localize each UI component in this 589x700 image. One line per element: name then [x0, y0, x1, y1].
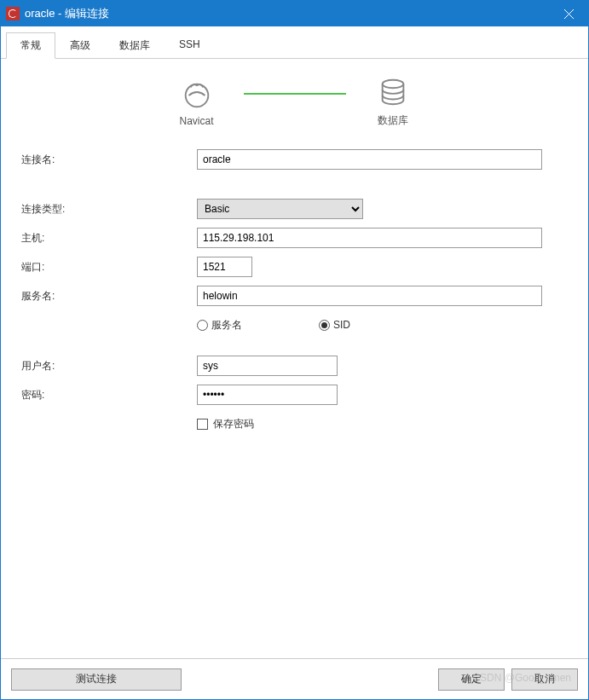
input-service-name[interactable]	[197, 286, 542, 306]
label-username: 用户名:	[18, 359, 197, 373]
window-title: oracle - 编辑连接	[25, 6, 550, 21]
test-connection-button[interactable]: 测试连接	[11, 668, 182, 691]
radio-service-name-label: 服务名	[211, 318, 242, 333]
radio-service-name[interactable]: 服务名	[197, 318, 242, 333]
ok-button[interactable]: 确定	[438, 668, 505, 691]
tab-advanced[interactable]: 高级	[55, 32, 105, 59]
diagram-client: Navicat	[167, 78, 227, 127]
radio-sid-label: SID	[333, 319, 350, 331]
navicat-icon	[181, 78, 213, 110]
footer: 测试连接 确定 取消	[1, 658, 588, 699]
row-username: 用户名:	[18, 355, 571, 377]
row-service-name: 服务名:	[18, 285, 571, 307]
row-port: 端口:	[18, 256, 571, 278]
label-connection-type: 连接类型:	[18, 202, 197, 217]
select-connection-type[interactable]: Basic	[197, 199, 363, 219]
radio-icon	[197, 320, 208, 331]
radio-icon	[319, 320, 330, 331]
radio-sid[interactable]: SID	[319, 319, 350, 331]
checkbox-icon	[197, 419, 208, 430]
input-username[interactable]	[197, 356, 338, 376]
row-connection-name: 连接名:	[18, 148, 571, 171]
input-port[interactable]	[197, 257, 252, 277]
input-password[interactable]	[197, 385, 338, 405]
checkbox-save-password[interactable]: 保存密码	[197, 417, 254, 431]
checkbox-save-password-label: 保存密码	[213, 417, 254, 431]
tab-general[interactable]: 常规	[6, 32, 55, 59]
label-host: 主机:	[18, 231, 197, 246]
tab-database[interactable]: 数据库	[105, 32, 165, 59]
form: 连接名: 连接类型: Basic 主机:	[18, 148, 571, 435]
svg-point-3	[382, 80, 403, 89]
label-service-name: 服务名:	[18, 289, 197, 304]
connection-diagram: Navicat 数据库	[18, 76, 571, 128]
label-port: 端口:	[18, 260, 197, 275]
row-sid-radio: 服务名 SID	[18, 314, 571, 336]
row-save-password: 保存密码	[18, 413, 571, 435]
row-host: 主机:	[18, 227, 571, 249]
diagram-server-label: 数据库	[378, 113, 408, 128]
label-password: 密码:	[18, 388, 197, 402]
tab-bar: 常规 高级 数据库 SSH	[1, 26, 588, 59]
diagram-client-label: Navicat	[179, 115, 213, 127]
diagram-server: 数据库	[363, 76, 423, 128]
titlebar: oracle - 编辑连接	[1, 1, 588, 26]
database-icon	[377, 76, 409, 108]
row-password: 密码:	[18, 384, 571, 406]
app-icon	[6, 7, 20, 20]
input-host[interactable]	[197, 228, 542, 248]
label-connection-name: 连接名:	[18, 153, 197, 167]
input-connection-name[interactable]	[197, 149, 542, 170]
dialog-window: oracle - 编辑连接 常规 高级 数据库 SSH Navicat	[0, 0, 589, 700]
cancel-button[interactable]: 取消	[511, 668, 578, 691]
close-icon	[564, 9, 574, 19]
diagram-connector	[244, 93, 346, 95]
close-button[interactable]	[550, 1, 588, 26]
content-area: Navicat 数据库 连接名: 连接类型:	[1, 59, 588, 658]
tab-ssh[interactable]: SSH	[165, 32, 215, 59]
row-connection-type: 连接类型: Basic	[18, 198, 571, 220]
